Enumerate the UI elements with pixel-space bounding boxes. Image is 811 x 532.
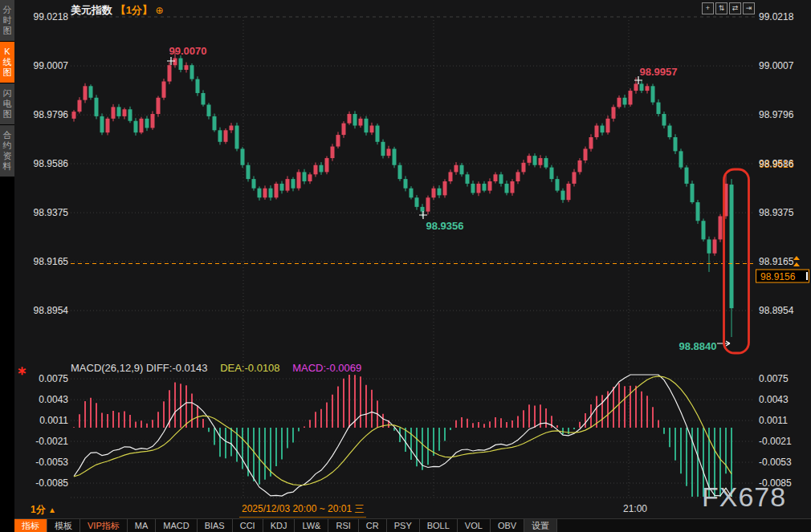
double-up-arrow-icon xyxy=(793,256,800,266)
pan-icon[interactable]: + xyxy=(702,2,714,14)
bottom-tab-11[interactable]: PSY xyxy=(387,519,420,532)
macd-axis-label: 0.0075 xyxy=(39,373,68,384)
triangle-up-icon: ▲ xyxy=(48,506,56,514)
bottom-tab-5[interactable]: BIAS xyxy=(198,519,233,532)
bottom-tab-4[interactable]: MACD xyxy=(156,519,197,532)
chart-toolbar: + ⇅ ⇄ ⇥ xyxy=(702,2,755,14)
sidebar-item-flash-chart[interactable]: 闪电图 xyxy=(0,83,14,124)
scroll-end-icon[interactable]: ⇥ xyxy=(743,2,755,14)
price-axis-label: 99.0218 xyxy=(759,11,794,22)
price-axis-label: 98.8954 xyxy=(34,305,69,316)
price-axis-label: 99.0007 xyxy=(759,60,794,71)
macd-panel xyxy=(74,375,732,497)
price-axis-label: 98.9165 xyxy=(34,256,69,267)
app-window: 98.915698.961699.007098.995798.935698.88… xyxy=(0,0,811,532)
mid-low-label: 98.9356 xyxy=(426,220,464,232)
price-axis-label: 99.0007 xyxy=(34,60,69,71)
current-price-value: 98.9156 xyxy=(760,271,796,282)
price-axis-label: 98.9375 xyxy=(759,207,794,218)
macd-legend: MACD(26,12,9) DIFF:-0.0143 DEA:-0.0108 M… xyxy=(71,362,361,374)
macd-axis-label: -0.0053 xyxy=(759,457,792,468)
bottom-tab-13[interactable]: VOL xyxy=(458,519,491,532)
price-axis-label: 98.9586 xyxy=(34,158,69,169)
bottom-tab-7[interactable]: KDJ xyxy=(263,519,295,532)
period-tag: 【1分】 xyxy=(116,4,153,16)
bottom-tab-3[interactable]: MA xyxy=(128,519,157,532)
sidebar-item-contract-info[interactable]: 合约资料 xyxy=(0,125,14,177)
sidebar-item-time-chart[interactable]: 分时图 xyxy=(0,0,14,41)
main-chart[interactable]: 98.915698.961699.007098.995798.935698.88… xyxy=(0,0,811,532)
macd-axis-label: -0.0053 xyxy=(35,457,68,468)
macd-axis-label: -0.0021 xyxy=(35,436,68,447)
bottom-tab-10[interactable]: CR xyxy=(359,519,387,532)
macd-axis-label: -0.0021 xyxy=(759,436,792,447)
crosshair-timestamp: 2025/12/03 20:00 ~ 20:01 三 xyxy=(239,502,366,518)
macd-formula-diff: MACD(26,12,9) DIFF:-0.0143 xyxy=(71,362,208,374)
bottom-tab-6[interactable]: CCI xyxy=(233,519,263,532)
price-axis-label: 98.9586 xyxy=(759,158,794,169)
macd-axis-label: 0.0011 xyxy=(39,415,68,426)
second-high-label: 98.9957 xyxy=(640,66,678,78)
cross-marker xyxy=(419,211,427,219)
chart-annotations: 98.915698.961699.007098.995798.935698.88… xyxy=(71,45,809,353)
bottom-tab-15[interactable]: 设置 xyxy=(524,519,557,532)
symbol-name: 美元指数 xyxy=(71,4,112,16)
macd-axis-label: 0.0043 xyxy=(39,394,68,405)
fit-vertical-icon[interactable]: ⇅ xyxy=(715,2,727,14)
axis-labels: 99.021899.021899.000799.000798.979698.97… xyxy=(34,11,794,489)
bottom-tab-9[interactable]: RSI xyxy=(328,519,358,532)
bottom-tab-2[interactable]: VIP指标 xyxy=(80,519,128,532)
time-axis-row: 1分 ▲ 2025/12/03 20:00 ~ 20:01 三 21:00 xyxy=(14,499,811,518)
macd-axis-label: -0.0085 xyxy=(35,477,68,489)
chart-title: 美元指数 【1分】 ⊕ xyxy=(71,3,164,18)
macd-dea-value: DEA:-0.0108 xyxy=(220,362,279,374)
candlestick-series xyxy=(72,51,734,337)
price-axis-label: 98.9796 xyxy=(34,109,69,120)
macd-axis-label: 0.0075 xyxy=(759,373,789,384)
macd-axis-label: 0.0011 xyxy=(759,415,788,426)
bottom-tab-1[interactable]: 模板 xyxy=(47,519,80,532)
time-axis-label: 21:00 xyxy=(623,503,647,514)
sidebar-item-kline-chart[interactable]: K线图 xyxy=(0,42,14,83)
bottom-tab-12[interactable]: BOLL xyxy=(420,519,458,532)
bottom-tab-14[interactable]: OBV xyxy=(491,519,524,532)
left-sidebar: 分时图 K线图 闪电图 合约资料 xyxy=(0,0,14,532)
fit-horizontal-icon[interactable]: ⇄ xyxy=(729,2,741,14)
high-price-label: 99.0070 xyxy=(169,45,207,57)
indicator-tabbar: 指标模板VIP指标MAMACDBIASCCIKDJLW&RSICRPSYBOLL… xyxy=(14,518,811,532)
last-low-label: 98.8840 xyxy=(679,340,717,352)
macd-bar-value: MACD:-0.0069 xyxy=(292,362,361,374)
price-axis-label: 99.0218 xyxy=(34,11,69,22)
bottom-tab-8[interactable]: LW& xyxy=(295,519,328,532)
price-axis-label: 98.8954 xyxy=(759,305,794,316)
period-selector[interactable]: 1分 ▲ xyxy=(31,503,56,517)
macd-axis-label: 0.0043 xyxy=(759,394,789,405)
price-axis-label: 98.9375 xyxy=(34,207,69,218)
price-axis-label: 98.9165 xyxy=(759,256,794,267)
alert-star-icon[interactable]: ∗ xyxy=(17,363,27,378)
price-axis-label: 98.9796 xyxy=(759,109,794,120)
circle-plus-icon[interactable]: ⊕ xyxy=(155,5,163,16)
bottom-tab-0[interactable]: 指标 xyxy=(14,519,47,532)
period-label: 1分 xyxy=(31,504,46,515)
